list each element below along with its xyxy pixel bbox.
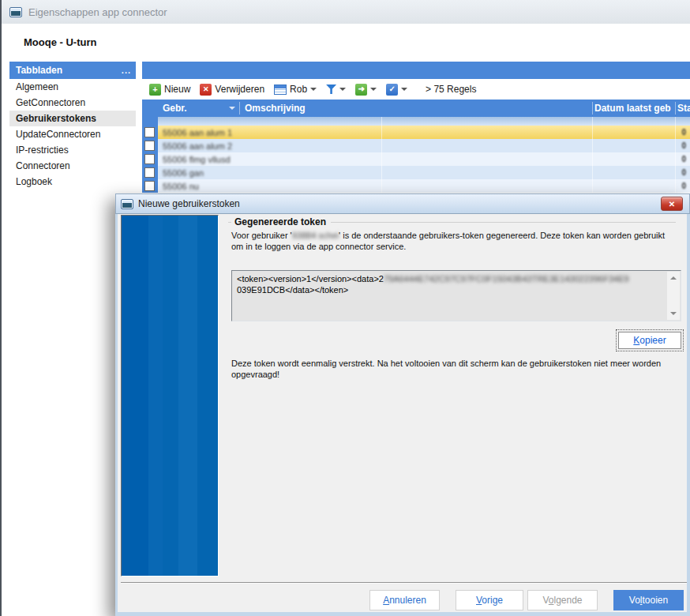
next-button[interactable]: Volgende — [527, 590, 598, 610]
filter-icon — [326, 85, 336, 94]
delete-icon: ✕ — [200, 84, 212, 96]
window-left-edge — [0, 0, 2, 616]
table-body: 55006 aan alum 1 0 55006 aan alum 2 0 55… — [158, 126, 690, 193]
new-button-label: Nieuw — [164, 84, 190, 95]
export-dropdown[interactable]: ➜ — [353, 82, 379, 97]
column-divider — [381, 117, 382, 193]
group-box-header: Gegenereerde token — [228, 216, 676, 227]
column-divider — [592, 117, 593, 193]
table-row[interactable]: 55006 gan 0 — [158, 166, 690, 179]
scrollbar[interactable] — [667, 272, 680, 320]
row-checkbox[interactable] — [144, 154, 155, 164]
scroll-up-icon[interactable] — [667, 272, 680, 284]
table-header: Gebr. Omschrijving Datum laatst geb Sta — [142, 100, 690, 117]
cell-gebr: 55006 flmg vllusd — [158, 155, 231, 164]
intro-prefix: Voor gebruiker ' — [231, 231, 292, 240]
page-title: Mooqe - U-turn — [24, 36, 96, 48]
previous-button[interactable]: Vorige — [456, 590, 523, 610]
row-checkbox[interactable] — [144, 181, 155, 191]
toolbar: + Nieuw ✕ Verwijderen Rob ➜ ✓ > 75 Regel… — [142, 79, 690, 100]
row-checkbox[interactable] — [144, 167, 155, 178]
intro-text: Voor gebruiker '93884 schei' is de onder… — [231, 230, 667, 252]
table-row[interactable]: 55006 aan alum 1 0 — [158, 126, 690, 139]
token-prefix: <token><version>1</version><data>2 — [237, 274, 384, 284]
sidebar-header: Tabbladen ... — [9, 62, 136, 79]
cell-gebr: 55006 aan alum 2 — [158, 141, 232, 151]
token-suffix: 039E91DCB</data></token> — [237, 285, 348, 295]
new-button[interactable]: + Nieuw — [147, 82, 193, 97]
dialog-bottom-frame — [118, 612, 687, 616]
dialog-titlebar[interactable]: Nieuwe gebruikerstoken ✕ — [115, 193, 690, 214]
column-divider — [675, 117, 676, 193]
warning-text: Deze token wordt eenmalig verstrekt. Na … — [231, 358, 673, 380]
dialog-title: Nieuwe gebruikerstoken — [138, 198, 240, 209]
sidebar-item-ip-restricties[interactable]: IP-restricties — [9, 142, 136, 158]
section-header-bar — [142, 62, 690, 79]
row-checkbox[interactable] — [144, 127, 155, 137]
chevron-down-icon — [401, 88, 407, 94]
sidebar-item-gebruikerstokens[interactable]: Gebruikerstokens — [9, 111, 136, 126]
table-row[interactable]: 55006 aan alum 2 0 — [158, 139, 690, 152]
status-value: 0 — [681, 141, 686, 150]
table-row[interactable]: 55006 nu 0 — [158, 179, 690, 193]
column-divider — [239, 102, 240, 115]
sidebar-item-updateconnectoren[interactable]: UpdateConnectoren — [9, 126, 136, 142]
table-row[interactable]: 55006 flmg vllusd 0 — [158, 152, 690, 166]
arrow-right-icon: ➜ — [355, 84, 367, 96]
column-header-omschrijving[interactable]: Omschrijving — [245, 103, 306, 114]
chevron-down-icon — [339, 88, 346, 94]
window-titlebar: Eigenschappen app connector — [2, 0, 690, 24]
intro-username-redacted: 93884 schei — [292, 231, 339, 240]
group-box-line — [228, 222, 231, 223]
plus-icon: + — [149, 84, 161, 96]
copy-button[interactable]: Kopieer — [618, 332, 681, 349]
sidebar-item-connectoren[interactable]: Connectoren — [9, 158, 136, 174]
column-header-status[interactable]: Sta — [677, 103, 690, 114]
close-icon[interactable]: ✕ — [661, 197, 683, 211]
status-value: 0 — [681, 128, 686, 137]
dialog-icon — [121, 199, 133, 209]
wizard-banner — [121, 215, 219, 577]
row-checkbox[interactable] — [144, 141, 155, 151]
grid-view-icon — [274, 85, 287, 95]
cell-gebr: 55006 aan alum 1 — [158, 128, 232, 137]
window-icon — [9, 7, 22, 17]
token-textarea[interactable]: <token><version>1</version><data>279A644… — [231, 270, 681, 321]
dialog-body: Gegenereerde token Voor gebruiker '93884… — [115, 214, 690, 616]
select-dropdown[interactable]: ✓ — [384, 82, 410, 97]
finish-button[interactable]: Voltooien — [613, 590, 684, 610]
row-count-label: > 75 Regels — [426, 84, 476, 95]
token-redacted: 79A6444E742C97C97FC0F15043B43TRE3E143022… — [384, 274, 629, 284]
group-box-line — [331, 222, 676, 223]
sidebar: Tabbladen ... Algemeen GetConnectoren Ge… — [9, 62, 136, 190]
column-header-datum[interactable]: Datum laatst geb — [594, 103, 671, 114]
cancel-button[interactable]: Annuleren — [369, 590, 440, 610]
view-dropdown-label: Rob — [290, 84, 307, 95]
view-dropdown[interactable]: Rob — [272, 82, 319, 96]
status-value: 0 — [681, 168, 686, 177]
filter-row[interactable] — [158, 117, 690, 126]
sidebar-more-button[interactable]: ... — [122, 66, 131, 75]
column-divider — [592, 102, 593, 115]
column-header-gebr[interactable]: Gebr. — [163, 103, 187, 114]
button-separator — [121, 582, 687, 583]
sidebar-item-getconnectoren[interactable]: GetConnectoren — [9, 95, 136, 111]
group-box-title: Gegenereerde token — [234, 216, 326, 227]
scroll-down-icon[interactable] — [667, 308, 680, 320]
status-value: 0 — [681, 182, 686, 190]
cell-gebr: 55006 nu — [158, 182, 199, 191]
chevron-down-icon — [310, 88, 317, 94]
column-divider — [675, 102, 676, 115]
window-title: Eigenschappen app connector — [28, 6, 167, 18]
cell-gebr: 55006 gan — [158, 168, 204, 178]
status-value: 0 — [681, 155, 686, 163]
sidebar-item-logboek[interactable]: Logboek — [9, 174, 136, 190]
new-token-dialog: Nieuwe gebruikerstoken ✕ Gegenereerde to… — [115, 193, 690, 616]
delete-button[interactable]: ✕ Verwijderen — [197, 82, 267, 97]
checkmark-icon: ✓ — [386, 84, 398, 96]
sort-descending-icon[interactable] — [229, 107, 235, 113]
delete-button-label: Verwijderen — [215, 84, 264, 95]
sidebar-item-algemeen[interactable]: Algemeen — [9, 79, 136, 95]
chevron-down-icon — [370, 88, 377, 94]
filter-dropdown[interactable] — [324, 83, 348, 96]
